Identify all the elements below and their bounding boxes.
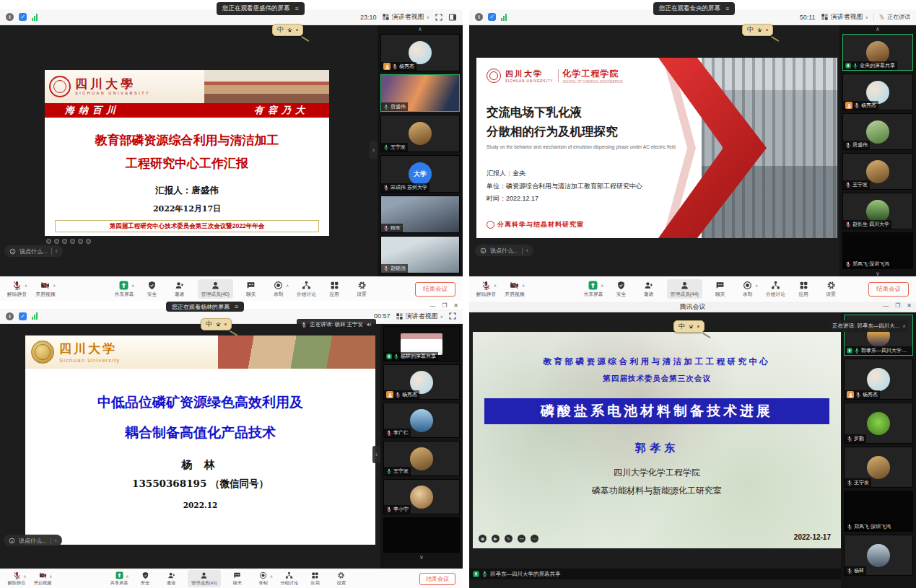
toolbar-button[interactable]: 分组讨论 [280,571,299,587]
toolbar-button[interactable]: 聊天 [242,281,261,298]
meeting-info-icon[interactable]: i [6,312,14,320]
dropdown-caret-icon[interactable]: ∧ [522,283,525,288]
toolbar-button[interactable]: ∧ 共享屏幕 [110,571,128,587]
toolbar-button[interactable]: 设置 [821,281,840,298]
toolbar-button[interactable]: ∧ 录制 [269,281,288,298]
participant-tile[interactable]: 赵晓强 [380,236,460,273]
banner-menu-icon[interactable]: ≡ [235,303,238,310]
toolbar-button[interactable]: 安全 [612,281,631,298]
view-mode-button[interactable]: 演讲者视图∨ [396,312,443,321]
scroll-up-icon[interactable]: ∧ [380,25,460,34]
dropdown-caret-icon[interactable]: ∧ [270,574,273,579]
participant-tile[interactable]: 杨林 [844,535,913,576]
ime-toolbar[interactable]: 中 [673,320,705,333]
banner-menu-icon[interactable]: ≡ [725,5,729,12]
view-mode-button[interactable]: 演讲者视图∨ [821,12,868,22]
ime-toolbar[interactable]: 中 [742,24,773,36]
participant-tile[interactable]: 郑凤飞·深圳飞鸿 [844,491,913,532]
scroll-up-icon[interactable]: ∧ [842,25,913,34]
toolbar-button[interactable]: ∧ 解除静音 [476,281,496,298]
participant-tile[interactable]: 王宁发 [842,153,913,190]
participant-tile[interactable]: 杨秀杰 [842,74,913,110]
toolbar-button[interactable]: 聊天 [711,281,730,298]
dropdown-caret-icon[interactable]: ∧ [126,574,128,579]
ime-toolbar[interactable]: 中 [201,318,232,330]
watching-screen-banner[interactable]: 您正在观看唐盛伟的屏幕 ≡ [217,2,305,15]
toolbar-button[interactable]: ∧ 开启视频 [35,281,55,298]
end-meeting-button[interactable]: 结束会议 [868,282,909,297]
watching-screen-banner[interactable]: 您正在观看金央的屏幕 ≡ [653,2,735,15]
dropdown-caret-icon[interactable]: ∧ [53,283,56,288]
strip-collapse-handle[interactable]: ‹ [372,446,380,463]
participant-tile[interactable]: 罗勤 [844,403,913,444]
toolbar-button[interactable]: 邀请 [162,571,180,587]
meeting-info-icon[interactable]: i [475,13,483,21]
participant-tile[interactable]: 金央的屏幕共享 [842,34,913,71]
minimize-button[interactable]: — [429,302,435,309]
dropdown-caret-icon[interactable]: ∧ [49,574,52,579]
participant-tile[interactable]: 杨秀杰 [383,364,460,400]
participant-tile[interactable]: 唐盛伟 [380,74,460,112]
layout-button[interactable] [448,13,457,22]
toolbar-button[interactable]: 安全 [136,571,154,587]
quick-chat-pill[interactable]: 说点什么... ‹ [4,245,63,257]
dropdown-caret-icon[interactable]: ∧ [23,574,26,579]
toolbar-button[interactable]: ∧ 解除静音 [7,281,27,298]
collapse-chat-icon[interactable]: ‹ [526,247,528,254]
strip-collapse-handle[interactable]: › [370,141,378,159]
end-meeting-button[interactable]: 结束会议 [415,282,455,297]
quick-chat-pill[interactable]: 说点什么... ‹ [475,245,533,256]
participant-tile[interactable]: 顾军 [380,196,460,233]
toolbar-button[interactable]: 聊天 [228,571,247,587]
maximize-button[interactable]: ❐ [895,302,900,309]
fullscreen-button[interactable] [435,13,443,22]
toolbar-button[interactable]: 安全 [143,281,162,298]
participant-tile[interactable]: 郑凤飞·深圳飞鸿 [842,232,913,269]
participant-tile[interactable]: 赵长生 四川大学 [842,193,913,229]
maximize-button[interactable]: ❐ [442,302,447,309]
close-button[interactable]: ✕ [907,302,912,309]
chevron-up-icon[interactable]: ∧ [902,323,906,329]
toolbar-button[interactable]: 应用 [306,571,325,587]
dropdown-caret-icon[interactable]: ∧ [131,283,134,288]
meeting-info-icon[interactable]: i [6,13,14,21]
participant-tile[interactable]: 杨林的屏幕共享 [383,326,460,361]
toolbar-button[interactable]: 应用 [794,281,813,298]
participant-tile[interactable]: 杨秀杰 [844,359,913,400]
toolbar-button[interactable]: 设置 [352,281,371,298]
dropdown-caret-icon[interactable]: ∧ [601,283,603,288]
ime-toolbar[interactable]: 中 [272,24,303,36]
dropdown-caret-icon[interactable]: ∧ [494,283,497,288]
toolbar-button[interactable]: 设置 [332,571,351,587]
watching-screen-banner[interactable]: 您正在观看杨林的屏幕 ≡ [166,302,244,312]
collapse-chat-icon[interactable]: ‹ [56,247,58,255]
toolbar-button[interactable]: 管理成员(43) [188,570,221,587]
fullscreen-button[interactable] [448,312,457,320]
meeting-security-icon[interactable]: ✓ [19,13,27,21]
view-mode-button[interactable]: 演讲者视图∨ [382,12,429,22]
quick-chat-pill[interactable]: 说点什么... ‹ [4,535,62,546]
dropdown-caret-icon[interactable]: ∧ [755,283,758,288]
toolbar-button[interactable]: ∧ 共享屏幕 [114,281,134,298]
participant-tile[interactable]: 王宁发 [383,441,460,476]
toolbar-button[interactable]: 应用 [325,281,344,298]
toolbar-button[interactable]: ∧ 解除静音 [7,571,26,587]
toolbar-button[interactable]: 管理成员(44) [667,279,702,299]
participant-tile[interactable]: 大学 宋成伟 苏州大学 [380,155,460,193]
participant-tile[interactable]: 唐盛伟 [842,113,913,150]
meeting-security-icon[interactable]: ✓ [19,312,27,320]
participant-tile[interactable]: 李小宁 [383,479,460,514]
toolbar-button[interactable]: ∧ 开启视频 [33,571,52,587]
scroll-down-icon[interactable]: ∨ [383,553,460,562]
toolbar-button[interactable]: ∧ 共享屏幕 [583,281,603,298]
participant-tile[interactable]: 王宁发 [380,115,460,152]
toolbar-button[interactable]: ∧ 录制 [254,571,273,587]
toolbar-button[interactable]: 邀请 [170,281,189,298]
toolbar-button[interactable]: ∧ 开启视频 [505,281,524,298]
close-button[interactable]: ✕ [453,302,458,309]
participant-tile[interactable]: 李广仁 [383,403,460,438]
toolbar-button[interactable]: 分组讨论 [766,281,785,298]
banner-menu-icon[interactable]: ≡ [295,5,299,12]
collapse-chat-icon[interactable]: ‹ [55,537,57,544]
participant-tile[interactable] [383,517,460,553]
